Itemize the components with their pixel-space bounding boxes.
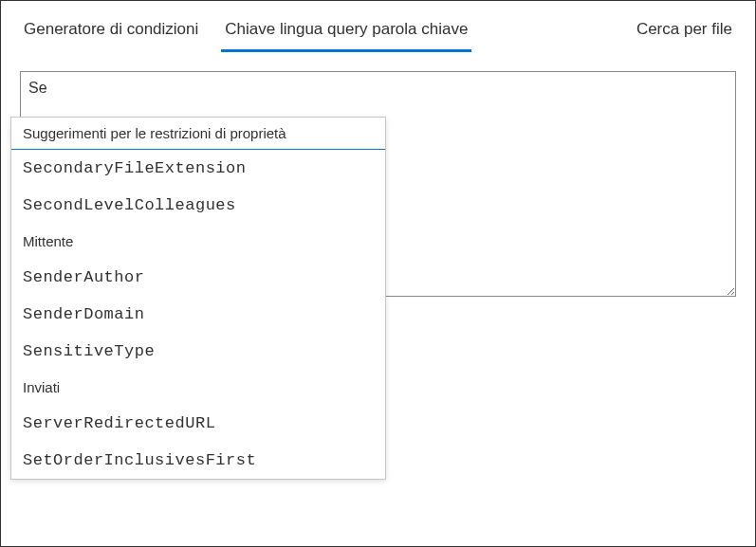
tab-kql[interactable]: Chiave lingua query parola chiave: [221, 12, 471, 52]
suggestion-item[interactable]: SenderAuthor: [11, 259, 385, 296]
suggestion-item[interactable]: SensitiveType: [11, 333, 385, 370]
tab-search-by-file[interactable]: Cerca per file: [633, 12, 736, 52]
suggestions-dropdown: Suggerimenti per le restrizioni di propr…: [10, 117, 386, 480]
tab-bar: Generatore di condizioni Chiave lingua q…: [1, 1, 755, 52]
suggestion-item[interactable]: SecondLevelColleagues: [11, 187, 385, 224]
tab-condition-builder[interactable]: Generatore di condizioni: [20, 12, 202, 52]
suggestion-item[interactable]: SetOrderInclusivesFirst: [11, 442, 385, 479]
suggestions-header: Suggerimenti per le restrizioni di propr…: [11, 118, 385, 150]
suggestion-item[interactable]: Mittente: [11, 224, 385, 259]
suggestion-item[interactable]: SenderDomain: [11, 296, 385, 333]
suggestions-list: SecondaryFileExtensionSecondLevelColleag…: [11, 150, 385, 479]
suggestion-item[interactable]: Inviati: [11, 370, 385, 405]
suggestion-item[interactable]: ServerRedirectedURL: [11, 405, 385, 442]
suggestion-item[interactable]: SecondaryFileExtension: [11, 150, 385, 187]
